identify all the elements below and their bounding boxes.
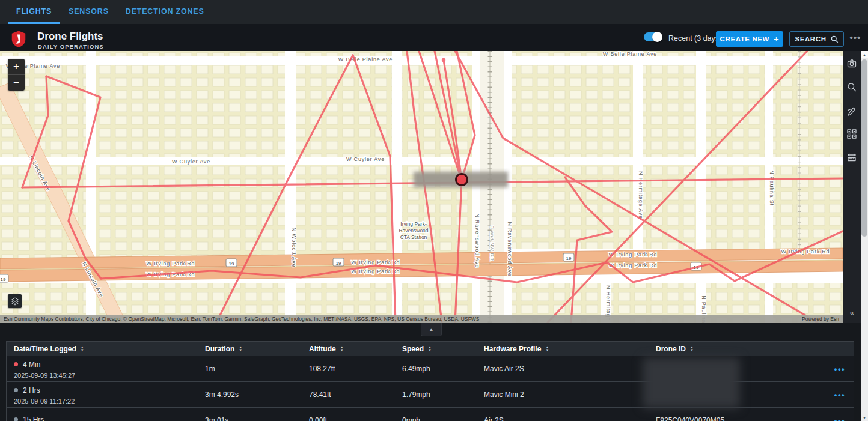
status-dot — [14, 362, 18, 366]
map-zoom-controls: + − — [8, 59, 25, 91]
sketch-tool-button[interactable] — [843, 102, 861, 120]
powered-by-esri[interactable]: Powered by Esri — [802, 316, 839, 322]
status-dot — [14, 417, 18, 421]
measure-icon — [846, 152, 857, 163]
recent-toggle[interactable] — [644, 32, 662, 41]
recent-toggle-label: Recent (3 days) — [668, 34, 721, 43]
sort-icon[interactable]: ▲▼ — [690, 346, 694, 352]
create-new-button[interactable]: CREATE NEW+ — [716, 31, 783, 47]
map-attribution: Esri Community Maps Contributors, City o… — [0, 315, 843, 323]
flight-duration: 3m 01s — [205, 416, 309, 421]
layers-button[interactable] — [8, 294, 22, 308]
flight-age: 15 Hrs — [23, 416, 44, 421]
table-header-row: Date/Time Logged▲▼ Duration▲▼ Altitude▲▼… — [7, 342, 854, 356]
top-navigation: FLIGHTS SENSORS DETECTION ZONES — [0, 0, 868, 24]
scrollbar-thumb[interactable] — [861, 59, 867, 237]
flight-age: 2 Hrs — [23, 386, 40, 395]
column-header-altitude[interactable]: Altitude▲▼ — [309, 345, 402, 353]
grid-icon — [846, 129, 857, 139]
svg-text:19: 19 — [566, 256, 572, 261]
svg-text:N Ravenswood Ave: N Ravenswood Ave — [474, 213, 480, 268]
row-actions-icon[interactable]: ••• — [834, 416, 854, 421]
search-button[interactable]: SEARCH — [789, 31, 844, 47]
chevron-up-icon: ▲ — [429, 327, 434, 332]
table-collapse-tab[interactable]: ▲ — [421, 323, 442, 336]
status-dot — [14, 388, 18, 392]
svg-text:N Hermitage Ave: N Hermitage Ave — [638, 171, 644, 219]
column-header-speed[interactable]: Speed▲▼ — [402, 345, 484, 353]
flight-marker[interactable] — [456, 174, 468, 186]
svg-text:CTA Station: CTA Station — [400, 234, 427, 240]
map-region: W Belle Plaine Ave W Belle Plaine Ave W … — [0, 51, 843, 323]
column-header-datetime[interactable]: Date/Time Logged▲▼ — [14, 345, 205, 353]
sort-icon[interactable]: ▲▼ — [545, 346, 549, 352]
camera-icon — [846, 58, 857, 69]
flight-speed: 1.79mph — [402, 390, 484, 399]
flight-speed: 0mph — [402, 416, 484, 421]
basemap-gallery-button[interactable] — [843, 125, 861, 143]
attribution-text: Esri Community Maps Contributors, City o… — [4, 316, 480, 322]
svg-text:W Irving Park Rd: W Irving Park Rd — [781, 249, 830, 255]
scroll-down-icon[interactable]: ▼ — [861, 414, 868, 421]
sort-icon[interactable]: ▲▼ — [239, 346, 242, 352]
svg-text:W Irving Park Rd: W Irving Park Rd — [609, 262, 658, 268]
layers-icon — [10, 297, 20, 306]
row-actions-icon[interactable]: ••• — [834, 365, 854, 374]
flights-table: Date/Time Logged▲▼ Duration▲▼ Altitude▲▼… — [6, 341, 854, 421]
zoom-out-button[interactable]: − — [8, 74, 25, 91]
sort-icon[interactable]: ▲▼ — [428, 346, 432, 352]
tab-detection-zones[interactable]: DETECTION ZONES — [117, 0, 213, 24]
svg-text:Ravenswood: Ravenswood — [399, 228, 428, 234]
basemap-tool-button[interactable] — [843, 55, 861, 73]
flight-age: 4 Min — [23, 360, 40, 369]
row-actions-icon[interactable]: ••• — [834, 390, 854, 399]
shield-logo-icon — [10, 30, 28, 48]
plus-icon: + — [774, 34, 779, 44]
svg-text:W Belle Plaine Ave: W Belle Plaine Ave — [338, 56, 393, 62]
svg-text:W Cuyler Ave: W Cuyler Ave — [346, 156, 385, 162]
svg-text:N Paulina St: N Paulina St — [769, 170, 775, 206]
more-options-icon[interactable]: ••• — [848, 29, 863, 45]
svg-text:19: 19 — [1, 277, 6, 282]
toggle-knob — [652, 32, 662, 42]
page-subtitle: DAILY OPERATIONS — [38, 43, 104, 50]
svg-text:Irving Park-: Irving Park- — [400, 221, 427, 227]
hardware-profile: Air 2S — [484, 416, 656, 421]
flight-duration: 1m — [205, 365, 309, 373]
draw-pen-icon — [846, 106, 857, 117]
zoom-in-button[interactable]: + — [8, 59, 25, 74]
drone-flights-app: FLIGHTS SENSORS DETECTION ZONES Drone Fl… — [0, 0, 868, 421]
flight-timestamp: 2025-09-09 13:45:27 — [14, 372, 205, 379]
app-header: Drone Flights DAILY OPERATIONS Recent (3… — [0, 24, 868, 51]
cta-station-label: Irving Park- Ravenswood CTA Station — [399, 221, 428, 240]
flight-altitude: 108.27ft — [309, 365, 402, 373]
measure-tool-button[interactable] — [843, 148, 861, 166]
hardware-profile: Mavic Mini 2 — [484, 390, 656, 399]
flight-altitude: 0.00ft — [309, 416, 402, 421]
page-scrollbar[interactable]: ▲ ▼ — [861, 51, 868, 421]
redacted-drone-ids — [643, 357, 740, 408]
flight-path-endpoint — [442, 58, 445, 62]
flight-duration: 3m 4.992s — [205, 390, 309, 399]
search-icon — [846, 82, 857, 92]
svg-text:19: 19 — [229, 261, 234, 267]
sort-icon[interactable]: ▲▼ — [81, 346, 84, 352]
column-header-drone-id[interactable]: Drone ID▲▼ — [656, 345, 830, 353]
flight-timestamp: 2025-09-09 11:17:22 — [14, 398, 205, 405]
svg-text:C and NW RR: C and NW RR — [489, 225, 495, 261]
collapse-toolbar-icon[interactable]: « — [843, 303, 861, 321]
scroll-up-icon[interactable]: ▲ — [861, 51, 868, 58]
table-row[interactable]: 15 Hrs 3m 01s 0.00ft 0mph Air 2S F925C04… — [7, 408, 854, 421]
map-canvas[interactable]: W Belle Plaine Ave W Belle Plaine Ave W … — [0, 51, 843, 323]
tab-flights[interactable]: FLIGHTS — [8, 0, 60, 24]
tab-sensors[interactable]: SENSORS — [60, 0, 117, 24]
sort-icon[interactable]: ▲▼ — [340, 346, 344, 352]
svg-text:W Irving Park Rd: W Irving Park Rd — [609, 252, 658, 258]
column-header-hardware[interactable]: Hardware Profile▲▼ — [484, 345, 656, 353]
svg-text:W Belle Plaine Ave: W Belle Plaine Ave — [603, 51, 657, 57]
drone-id: F925C040V0070M05 — [656, 416, 830, 421]
column-header-duration[interactable]: Duration▲▼ — [205, 345, 309, 353]
svg-text:N Wolcott Ave: N Wolcott Ave — [291, 228, 297, 268]
search-icon — [831, 35, 839, 43]
map-search-button[interactable] — [843, 78, 861, 96]
